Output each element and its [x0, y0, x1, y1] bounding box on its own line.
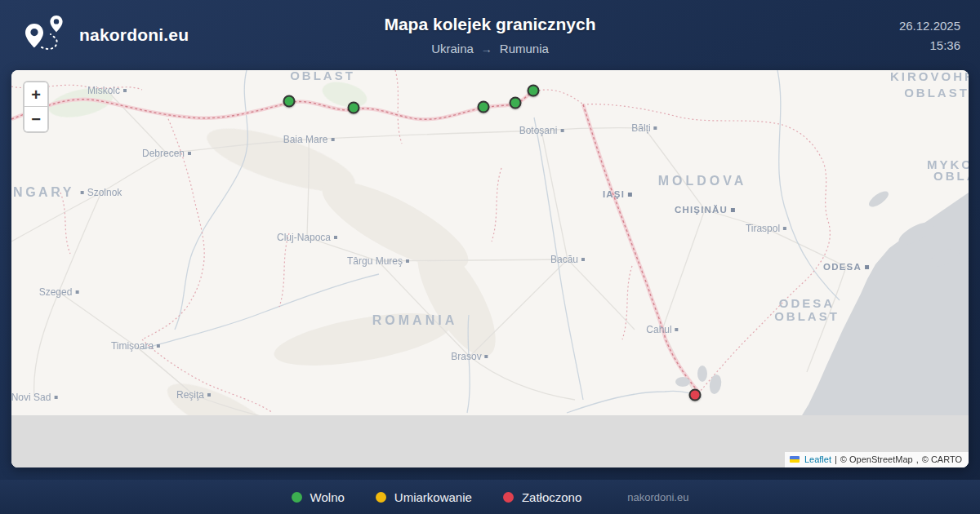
map-markers-layer — [11, 70, 969, 467]
osm-link[interactable]: © OpenStreetMap — [840, 454, 913, 464]
carto-link[interactable]: © CARTO — [922, 454, 962, 464]
page-title: Mapa kolejek granicznych — [384, 15, 595, 34]
attribution-comma: , — [916, 454, 919, 464]
date-label: 26.12.2025 — [899, 19, 960, 33]
legend-item-wolno: Wolno — [292, 490, 345, 504]
border-crossing-marker-wolno[interactable] — [283, 95, 296, 108]
map-canvas[interactable]: OBLASTKIROVOHRADOBLASTMYKOLAIVOBLASTHUNG… — [11, 70, 969, 467]
legend-items: WolnoUmiarkowanieZatłoczono — [292, 490, 582, 504]
legend-item-umiarkowanie: Umiarkowanie — [376, 490, 472, 504]
time-label: 15:36 — [929, 38, 960, 52]
ukraine-flag-icon — [790, 456, 800, 463]
legend-label: Zatłoczono — [522, 490, 581, 504]
datetime: 26.12.2025 15:36 — [899, 0, 960, 70]
header: nakordoni.eu Mapa kolejek granicznych Uk… — [0, 0, 980, 70]
legend-label: Umiarkowanie — [394, 490, 472, 504]
legend-dot-icon — [292, 492, 302, 503]
border-crossing-marker-wolno[interactable] — [348, 102, 360, 114]
zoom-control: + − — [23, 81, 49, 133]
border-crossing-marker-wolno[interactable] — [478, 101, 490, 113]
legend-dot-icon — [503, 492, 514, 503]
brand-name: nakordoni.eu — [79, 25, 189, 45]
arrow-right-icon: → — [481, 42, 492, 55]
zoom-in-button[interactable]: + — [24, 82, 47, 107]
legend-footer: WolnoUmiarkowanieZatłoczono nakordoni.eu — [0, 480, 980, 514]
border-crossing-marker-wolno[interactable] — [528, 85, 540, 97]
attribution-separator: | — [835, 454, 837, 464]
footer-brand: nakordoni.eu — [627, 491, 688, 503]
zoom-out-button[interactable]: − — [24, 107, 47, 131]
brand[interactable]: nakordoni.eu — [23, 0, 189, 70]
legend-dot-icon — [376, 492, 386, 503]
route-to: Rumunia — [500, 42, 549, 55]
route-pins-logo-icon — [23, 16, 69, 55]
border-crossing-marker-wolno[interactable] — [510, 97, 522, 109]
route-subtitle: Ukraina → Rumunia — [431, 42, 549, 55]
leaflet-link[interactable]: Leaflet — [804, 454, 831, 464]
route-from: Ukraina — [431, 42, 474, 55]
legend-item-zatloczono: Zatłoczono — [503, 490, 581, 504]
border-crossing-marker-zatloczono[interactable] — [689, 389, 702, 401]
map-attribution: Leaflet | © OpenStreetMap, © CARTO — [785, 452, 969, 467]
legend-label: Wolno — [310, 490, 345, 504]
